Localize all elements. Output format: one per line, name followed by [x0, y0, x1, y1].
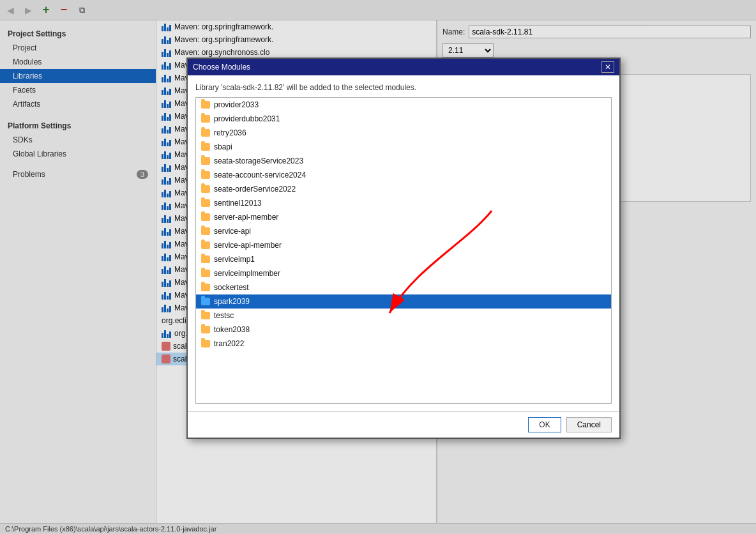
module-item-service-api[interactable]: service-api [196, 224, 611, 238]
module-label-sentinel12013: sentinel12013 [214, 199, 262, 208]
folder-icon-testsc [201, 312, 210, 319]
module-item-sbapi[interactable]: sbapi [196, 140, 611, 154]
module-label-token2038: token2038 [214, 325, 250, 334]
module-item-seata-storageService2023[interactable]: seata-storageService2023 [196, 154, 611, 168]
folder-icon-service-api-member [201, 241, 210, 249]
module-item-providerdubbo2031[interactable]: providerdubbo2031 [196, 112, 611, 126]
folder-icon-seate-orderService2022 [201, 185, 210, 193]
folder-icon-serviceimplmember [201, 270, 210, 277]
module-label-sbapi: sbapi [214, 142, 232, 151]
modal-close-button[interactable]: ✕ [601, 61, 614, 73]
module-item-serviceimplmember[interactable]: serviceimplmember [196, 266, 611, 280]
folder-icon-providerdubbo2031 [201, 115, 210, 123]
module-item-serviceimp1[interactable]: serviceimp1 [196, 252, 611, 266]
module-item-retry2036[interactable]: retry2036 [196, 126, 611, 140]
folder-icon-serviceimp1 [201, 256, 210, 263]
module-item-sockertest[interactable]: sockertest [196, 280, 611, 294]
folder-icon-retry2036 [201, 129, 210, 137]
folder-icon-tran2022 [201, 340, 210, 347]
folder-icon-service-api [201, 227, 210, 235]
modal-titlebar: Choose Modules ✕ [188, 59, 619, 75]
module-label-retry2036: retry2036 [214, 128, 246, 137]
modal-body: Library 'scala-sdk-2.11.82' will be adde… [188, 75, 619, 411]
module-item-sentinel12013[interactable]: sentinel12013 [196, 196, 611, 210]
module-item-seate-orderService2022[interactable]: seate-orderService2022 [196, 182, 611, 196]
module-label-service-api-member: service-api-member [214, 241, 282, 250]
module-item-server-api-member[interactable]: server-api-member [196, 210, 611, 224]
folder-icon-seata-storageService2023 [201, 157, 210, 165]
modal-footer: OK Cancel [188, 411, 619, 438]
module-label-sockertest: sockertest [214, 283, 249, 292]
module-label-service-api: service-api [214, 227, 251, 236]
module-label-spark2039: spark2039 [214, 297, 250, 306]
module-label-seate-orderService2022: seate-orderService2022 [214, 185, 296, 194]
folder-icon-token2038 [201, 326, 210, 333]
folder-icon-sbapi [201, 143, 210, 151]
module-label-server-api-member: server-api-member [214, 213, 278, 222]
folder-icon-provider2033 [201, 101, 210, 109]
modal-overlay: Choose Modules ✕ Library 'scala-sdk-2.11… [0, 0, 756, 534]
cancel-button[interactable]: Cancel [566, 417, 612, 432]
module-list: provider2033providerdubbo2031retry2036sb… [195, 97, 612, 404]
module-item-token2038[interactable]: token2038 [196, 323, 611, 337]
module-label-providerdubbo2031: providerdubbo2031 [214, 114, 280, 123]
module-label-seata-storageService2023: seata-storageService2023 [214, 156, 303, 165]
folder-icon-server-api-member [201, 213, 210, 221]
module-item-service-api-member[interactable]: service-api-member [196, 238, 611, 252]
folder-icon-seate-account-service2024 [201, 171, 210, 179]
module-label-serviceimp1: serviceimp1 [214, 255, 255, 264]
module-item-tran2022[interactable]: tran2022 [196, 337, 611, 351]
folder-icon-sentinel12013 [201, 199, 210, 207]
module-item-provider2033[interactable]: provider2033 [196, 98, 611, 112]
modal-title: Choose Modules [193, 63, 250, 72]
module-label-testsc: testsc [214, 311, 234, 320]
module-item-seate-account-service2024[interactable]: seate-account-service2024 [196, 168, 611, 182]
folder-icon-sockertest [201, 284, 210, 291]
module-label-tran2022: tran2022 [214, 339, 244, 348]
choose-modules-dialog: Choose Modules ✕ Library 'scala-sdk-2.11… [186, 57, 621, 439]
module-label-serviceimplmember: serviceimplmember [214, 269, 280, 278]
module-label-provider2033: provider2033 [214, 100, 259, 109]
folder-icon-spark2039 [201, 298, 210, 305]
modal-info-text: Library 'scala-sdk-2.11.82' will be adde… [195, 83, 612, 92]
module-label-seate-account-service2024: seate-account-service2024 [214, 171, 306, 179]
module-item-testsc[interactable]: testsc [196, 309, 611, 323]
module-item-spark2039[interactable]: spark2039 [196, 294, 611, 309]
ok-button[interactable]: OK [528, 417, 561, 432]
